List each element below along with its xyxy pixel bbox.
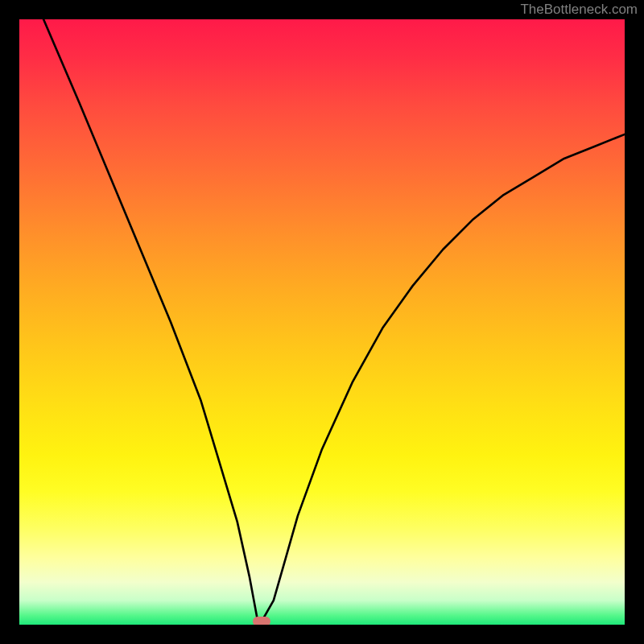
bottleneck-curve (43, 19, 625, 621)
plot-area (19, 19, 625, 625)
optimal-marker (253, 617, 270, 625)
curve-svg (19, 19, 625, 625)
chart-frame: TheBottleneck.com (0, 0, 644, 644)
watermark-text: TheBottleneck.com (520, 0, 638, 19)
